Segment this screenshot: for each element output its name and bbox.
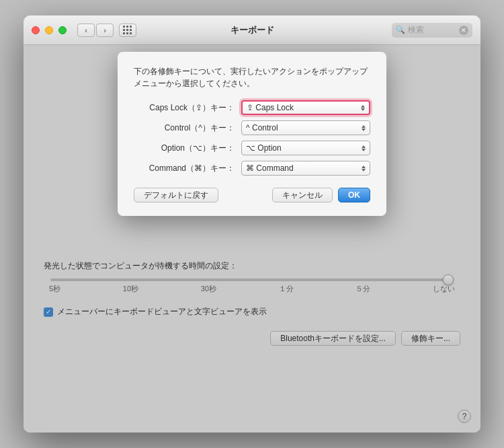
modal-description: 下の各修飾キーについて、実行したいアクションをポップアップメニューから選択してく… xyxy=(134,65,370,89)
control-select[interactable]: ^ Control xyxy=(241,120,370,135)
command-arrow xyxy=(362,165,366,172)
caps-lock-row: Caps Lock（⇪）キー： ⇪ Caps Lock xyxy=(134,100,370,115)
search-icon: 🔍 xyxy=(396,26,405,34)
forward-button[interactable]: › xyxy=(96,24,114,37)
option-select[interactable]: ⌥ Option xyxy=(241,141,370,155)
option-label: Option（⌥）キー： xyxy=(134,143,241,154)
control-value: ^ Control xyxy=(246,123,278,133)
search-clear-button[interactable]: ✕ xyxy=(459,26,468,35)
window-title: キーボード xyxy=(230,24,274,36)
caps-lock-value: ⇪ Caps Lock xyxy=(247,103,294,112)
caps-lock-label: Caps Lock（⇪）キー： xyxy=(134,102,241,114)
option-select-wrapper: ⌥ Option xyxy=(241,141,370,155)
command-value: ⌘ Command xyxy=(246,163,294,173)
minimize-button[interactable] xyxy=(45,26,53,34)
back-button[interactable]: ‹ xyxy=(77,24,95,37)
option-row: Option（⌥）キー： ⌥ Option xyxy=(134,141,370,155)
main-window: ‹ › キーボード 🔍 検索 ✕ 下の各修飾キーについて、実行したいアクションを… xyxy=(24,15,480,433)
command-row: Command（⌘）キー： ⌘ Command xyxy=(134,161,370,176)
control-arrow xyxy=(362,125,366,131)
caps-lock-select-wrapper: ⇪ Caps Lock xyxy=(241,100,370,115)
search-box[interactable]: 🔍 検索 ✕ xyxy=(392,23,472,38)
modal-overlay: 下の各修飾キーについて、実行したいアクションをポップアップメニューから選択してく… xyxy=(24,45,480,433)
control-select-wrapper: ^ Control xyxy=(241,120,370,135)
caps-lock-select[interactable]: ⇪ Caps Lock xyxy=(241,100,370,115)
command-label: Command（⌘）キー： xyxy=(134,163,241,174)
control-row: Control（^）キー： ^ Control xyxy=(134,120,370,135)
restore-defaults-button[interactable]: デフォルトに戻す xyxy=(134,188,218,202)
modifier-keys-modal: 下の各修飾キーについて、実行したいアクションをポップアップメニューから選択してく… xyxy=(118,52,386,216)
caps-lock-arrow xyxy=(361,105,365,111)
command-select-wrapper: ⌘ Command xyxy=(241,161,370,176)
content-area: 下の各修飾キーについて、実行したいアクションをポップアップメニューから選択してく… xyxy=(24,45,480,433)
nav-buttons: ‹ › xyxy=(77,24,114,37)
traffic-lights xyxy=(32,26,67,34)
search-placeholder: 検索 xyxy=(408,24,456,36)
maximize-button[interactable] xyxy=(58,26,67,34)
control-label: Control（^）キー： xyxy=(134,122,241,134)
close-button[interactable] xyxy=(32,26,40,34)
title-bar: ‹ › キーボード 🔍 検索 ✕ xyxy=(24,15,480,45)
option-value: ⌥ Option xyxy=(246,143,282,153)
option-arrow xyxy=(362,145,366,151)
modal-buttons: デフォルトに戻す キャンセル OK xyxy=(134,188,370,202)
command-select[interactable]: ⌘ Command xyxy=(241,161,370,176)
grid-button[interactable] xyxy=(119,24,136,37)
grid-icon xyxy=(123,26,132,35)
ok-button[interactable]: OK xyxy=(338,188,370,202)
cancel-button[interactable]: キャンセル xyxy=(272,188,333,202)
